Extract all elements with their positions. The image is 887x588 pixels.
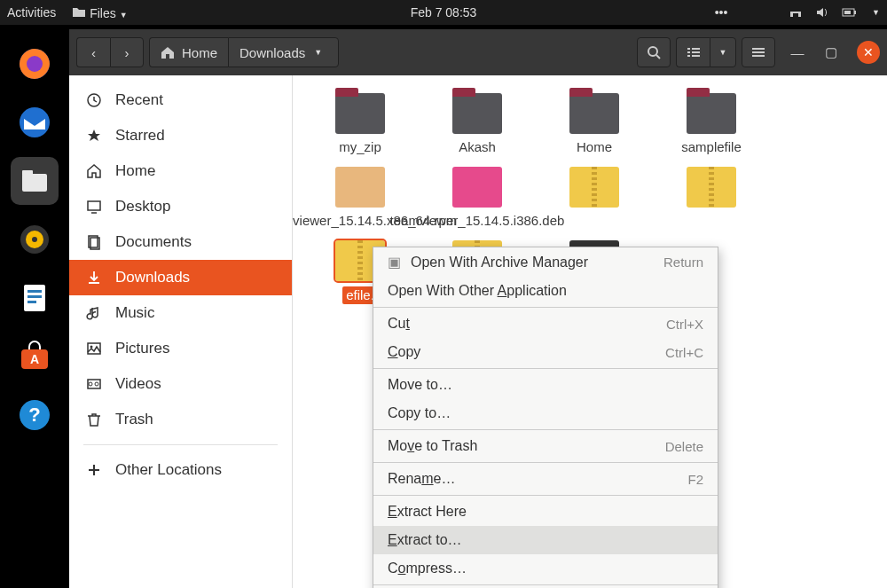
menu-item-label: Extract to… [388, 532, 703, 548]
file-item[interactable]: Home [536, 88, 653, 161]
archive-icon: ▣ [388, 254, 405, 270]
zip-icon [569, 167, 619, 208]
sidebar-item-trash[interactable]: Trash [69, 402, 292, 437]
sidebar-item-starred[interactable]: Starred [69, 118, 292, 153]
forward-button[interactable]: › [110, 37, 144, 67]
pathbar-downloads[interactable]: Downloads▼ [228, 37, 339, 67]
search-button[interactable] [637, 37, 671, 67]
gnome-topbar: Activities Files▼ Feb 7 08:53 ••• ▼ [0, 0, 887, 25]
svg-point-38 [89, 382, 92, 386]
menu-move-to[interactable]: Move to… [373, 371, 718, 399]
sidebar-item-music[interactable]: Music [69, 295, 292, 331]
menu-item-label: Open With Other Application [388, 283, 703, 299]
sidebar-item-label: Recent [115, 91, 163, 109]
svg-rect-2 [844, 11, 851, 14]
sidebar-item-other-locations[interactable]: Other Locations [69, 452, 292, 488]
menu-extract-to[interactable]: Extract to… [373, 526, 718, 554]
folder-icon [72, 5, 86, 18]
svg-line-20 [656, 55, 660, 59]
sidebar-item-desktop[interactable]: Desktop [69, 189, 292, 224]
shortcut-label: Ctrl+C [665, 345, 703, 360]
menu-copy[interactable]: CopyCtrl+C [373, 338, 718, 366]
pathbar-home[interactable]: Home [149, 37, 228, 67]
menu-compress[interactable]: Compress… [373, 554, 718, 583]
menu-item-label: Compress… [388, 561, 703, 576]
close-button[interactable]: ✕ [857, 41, 880, 64]
clock[interactable]: Feb 7 08:53 [411, 5, 477, 20]
back-button[interactable]: ‹ [76, 37, 110, 67]
svg-rect-21 [687, 48, 690, 50]
sidebar-item-pictures[interactable]: Pictures [69, 331, 292, 366]
dock-firefox[interactable] [11, 40, 59, 88]
svg-rect-1 [854, 11, 856, 14]
trash-icon [85, 412, 103, 427]
menu-move-to-trash[interactable]: Move to TrashDelete [373, 432, 718, 460]
svg-rect-28 [752, 51, 765, 53]
minimize-button[interactable]: — [786, 41, 809, 64]
sidebar-item-label: Pictures [115, 340, 169, 357]
dock-help[interactable]: ? [11, 391, 59, 439]
network-icon[interactable] [789, 5, 803, 20]
menu-open-with-archive-manager[interactable]: ▣Open With Archive ManagerReturn [373, 247, 718, 277]
menu-item-label: Extract Here [388, 504, 703, 520]
sidebar-item-documents[interactable]: Documents [69, 224, 292, 260]
desktop-icon [85, 199, 103, 215]
dock-rhythmbox[interactable] [11, 216, 59, 263]
app-menu[interactable]: Files▼ [72, 5, 127, 20]
view-dropdown[interactable]: ▼ [710, 37, 736, 67]
file-label: my_zip [339, 139, 381, 156]
svg-rect-31 [88, 201, 100, 210]
context-menu: ▣Open With Archive ManagerReturnOpen Wit… [373, 247, 718, 588]
dock-libreoffice[interactable] [11, 274, 59, 322]
svg-rect-14 [27, 301, 36, 303]
menu-extract-here[interactable]: Extract Here [373, 498, 718, 526]
plus-icon [85, 462, 103, 478]
sidebar-item-home[interactable]: Home [69, 153, 292, 189]
menu-open-with-other-application[interactable]: Open With Other Application [373, 277, 718, 305]
svg-rect-23 [687, 51, 690, 53]
activities-button[interactable]: Activities [7, 5, 56, 20]
maximize-button[interactable]: ▢ [820, 41, 843, 64]
shortcut-label: Delete [665, 439, 703, 454]
file-item[interactable]: Akash [419, 88, 536, 161]
videos-icon [85, 376, 103, 392]
shortcut-label: Return [663, 255, 703, 270]
music-icon [85, 305, 103, 321]
menu-item-label: Open With Archive Manager [411, 255, 663, 270]
downloads-icon [85, 270, 103, 286]
sidebar-item-label: Other Locations [115, 461, 222, 479]
sidebar-item-recent[interactable]: Recent [69, 82, 292, 118]
sidebar-item-label: Videos [115, 375, 161, 393]
hamburger-button[interactable] [742, 37, 775, 67]
svg-rect-12 [27, 290, 42, 293]
more-icon[interactable]: ••• [714, 5, 728, 20]
sidebar-item-videos[interactable]: Videos [69, 366, 292, 402]
file-item[interactable]: my_zip [302, 88, 419, 161]
sidebar-item-label: Music [115, 304, 154, 322]
file-item[interactable]: samplefile [653, 88, 770, 161]
dock-software[interactable]: A [11, 333, 59, 380]
menu-cut[interactable]: CutCtrl+X [373, 310, 718, 338]
sidebar-item-label: Starred [115, 127, 165, 145]
battery-icon[interactable] [842, 5, 856, 20]
file-item[interactable]: teamviewer_15.14.5.i386.deb [419, 161, 536, 235]
view-list-button[interactable] [676, 37, 710, 67]
system-menu-icon[interactable]: ▼ [872, 8, 880, 17]
file-item[interactable] [536, 161, 653, 235]
dock-thunderbird[interactable] [11, 98, 59, 146]
menu-item-label: Move to Trash [388, 438, 665, 454]
file-item[interactable] [653, 161, 770, 235]
pictures-icon [85, 341, 103, 357]
sidebar-item-label: Home [115, 162, 155, 180]
svg-text:A: A [30, 352, 39, 366]
menu-copy-to[interactable]: Copy to… [373, 399, 718, 427]
folder-icon [569, 93, 619, 134]
menu-rename[interactable]: Rename…F2 [373, 465, 718, 493]
star-icon [85, 128, 103, 144]
dock-files[interactable] [11, 157, 59, 205]
file-label: Home [577, 139, 612, 156]
volume-icon[interactable] [815, 5, 829, 20]
sidebar-item-downloads[interactable]: Downloads [69, 260, 292, 295]
sidebar-item-label: Documents [115, 233, 192, 251]
folder-icon [335, 93, 385, 134]
